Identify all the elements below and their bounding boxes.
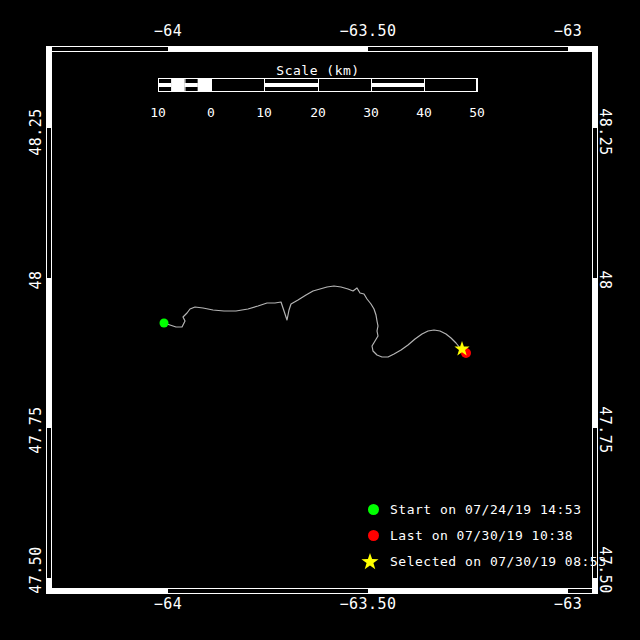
track-map-window: −64−64−63.50−63.50−63−6348.2548.25484847…	[0, 0, 640, 640]
track-path[interactable]	[164, 286, 464, 357]
scale-bar-title: Scale (km)	[276, 63, 359, 78]
track-group[interactable]	[164, 286, 464, 357]
scale-tick-label-5: 40	[416, 105, 432, 120]
scale-bar	[158, 78, 478, 92]
lat-tick-label-left-1: 48	[27, 270, 45, 289]
legend-start-label: Start on 07/24/19 14:53	[390, 502, 582, 517]
lon-tick-label-bottom-2: −63	[554, 595, 583, 613]
legend-item-selected: Selected on 07/30/19 08:53	[360, 551, 607, 571]
scale-segment-stripe	[371, 83, 424, 87]
scale-tick-label-0: 10	[150, 105, 166, 120]
scale-segment-solid	[171, 78, 184, 92]
lon-tick-label-bottom-1: −63.50	[339, 595, 396, 613]
lat-tick-label-left-2: 47.75	[27, 406, 45, 454]
lat-tick-label-left-3: 47.50	[27, 546, 45, 594]
legend-item-start: Start on 07/24/19 14:53	[360, 499, 582, 519]
legend-item-last: Last on 07/30/19 10:38	[360, 525, 573, 545]
start-legend-icon	[360, 504, 386, 515]
lon-tick-label-top-0: −64	[154, 22, 183, 40]
scale-tick-label-6: 50	[469, 105, 485, 120]
lat-tick-label-right-2: 47.75	[596, 406, 614, 454]
start-marker[interactable]	[160, 319, 169, 328]
legend-last-label: Last on 07/30/19 10:38	[390, 528, 573, 543]
last-legend-icon	[360, 530, 386, 541]
lat-tick-label-right-0: 48.25	[596, 108, 614, 156]
scale-segment-solid	[198, 78, 211, 92]
scale-tick-label-4: 30	[363, 105, 379, 120]
lat-tick-label-right-1: 48	[596, 270, 614, 289]
lon-tick-label-top-2: −63	[554, 22, 583, 40]
scale-segment-stripe	[264, 83, 318, 87]
scale-tick-label-2: 10	[256, 105, 272, 120]
scale-tick-label-1: 0	[207, 105, 215, 120]
scale-segment-stripe	[158, 83, 171, 87]
lon-tick-label-top-1: −63.50	[339, 22, 396, 40]
legend-selected-label: Selected on 07/30/19 08:53	[390, 554, 607, 569]
lon-tick-label-bottom-0: −64	[154, 595, 183, 613]
lat-tick-label-left-0: 48.25	[27, 108, 45, 156]
scale-tick-label-3: 20	[310, 105, 326, 120]
markers-group[interactable]	[160, 319, 472, 359]
scale-segment-stripe	[185, 83, 198, 87]
